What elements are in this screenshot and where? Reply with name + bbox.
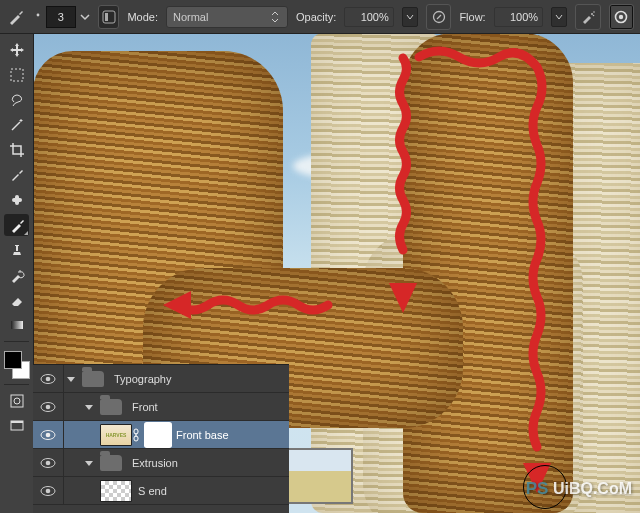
brush-panel-toggle[interactable]	[98, 5, 120, 29]
folder-icon	[100, 455, 122, 471]
eyedropper-tool[interactable]	[4, 164, 29, 186]
layer-thumbnail[interactable]: HARVES	[100, 424, 132, 446]
tablet-pressure-size-button[interactable]	[609, 4, 634, 30]
svg-point-0	[36, 13, 39, 16]
svg-rect-2	[105, 13, 108, 21]
airbrush-button[interactable]	[575, 4, 600, 30]
clone-source-preview	[287, 448, 353, 504]
expand-toggle-icon[interactable]	[82, 402, 96, 412]
svg-rect-12	[11, 321, 23, 329]
crop-tool[interactable]	[4, 139, 29, 161]
spot-healing-brush-tool[interactable]	[4, 189, 29, 211]
foreground-color-swatch[interactable]	[4, 351, 22, 369]
eye-icon	[40, 401, 56, 413]
svg-rect-13	[11, 395, 23, 407]
layer-front-base[interactable]: HARVES Front base	[33, 421, 289, 449]
chevron-down-icon	[80, 12, 90, 22]
screen-mode-toggle[interactable]	[4, 415, 29, 437]
folder-icon	[100, 399, 122, 415]
expand-toggle-icon[interactable]	[64, 374, 78, 384]
brush-size-value: 3	[46, 6, 76, 28]
visibility-toggle[interactable]	[33, 421, 64, 448]
layers-panel: Typography Front HARVES Front base Extru…	[33, 364, 289, 513]
toolbox	[0, 33, 34, 513]
layer-name: Extrusion	[132, 457, 178, 469]
folder-icon	[82, 371, 104, 387]
svg-point-5	[593, 11, 595, 13]
blend-mode-dropdown[interactable]: Normal	[166, 6, 288, 28]
options-bar: 3 Mode: Normal Opacity: 100% Flow: 100%	[0, 0, 640, 34]
lasso-tool[interactable]	[4, 89, 29, 111]
svg-point-32	[46, 488, 51, 493]
move-tool[interactable]	[4, 39, 29, 61]
svg-point-30	[46, 460, 51, 465]
layer-name: Front base	[176, 429, 229, 441]
quick-mask-toggle[interactable]	[4, 390, 29, 412]
layer-thumbnail[interactable]	[100, 480, 132, 502]
eye-icon	[40, 373, 56, 385]
tablet-pressure-opacity-button[interactable]	[426, 4, 451, 30]
flow-flyout-button[interactable]	[551, 7, 567, 27]
layer-name: Front	[132, 401, 158, 413]
svg-point-21	[46, 376, 51, 381]
blend-mode-value: Normal	[173, 11, 208, 23]
flow-input[interactable]: 100%	[494, 7, 543, 27]
dot-icon	[34, 13, 42, 21]
svg-point-23	[46, 404, 51, 409]
expand-toggle-icon[interactable]	[82, 458, 96, 468]
svg-point-14	[14, 398, 20, 404]
visibility-toggle[interactable]	[33, 449, 64, 476]
eraser-tool[interactable]	[4, 289, 29, 311]
layer-group-front[interactable]: Front	[33, 393, 289, 421]
opacity-flyout-button[interactable]	[402, 7, 418, 27]
layer-s-end[interactable]: S end	[33, 477, 289, 505]
layer-group-extrusion[interactable]: Extrusion	[33, 449, 289, 477]
svg-point-25	[46, 432, 51, 437]
clone-stamp-tool[interactable]	[4, 239, 29, 261]
chevron-down-icon	[555, 13, 563, 21]
brush-tool[interactable]	[4, 214, 29, 236]
brush-tool-indicator-icon	[6, 6, 26, 28]
visibility-toggle[interactable]	[33, 365, 64, 392]
mode-label: Mode:	[127, 11, 158, 23]
layer-name: Typography	[114, 373, 171, 385]
eye-icon	[40, 457, 56, 469]
color-swatches[interactable]	[4, 351, 30, 379]
eye-icon	[40, 429, 56, 441]
opacity-label: Opacity:	[296, 11, 336, 23]
layer-mask-thumbnail[interactable]	[146, 424, 170, 446]
svg-point-6	[593, 14, 595, 16]
svg-rect-11	[15, 195, 19, 205]
dropdown-arrows-icon	[269, 11, 281, 23]
visibility-toggle[interactable]	[33, 393, 64, 420]
svg-rect-9	[11, 69, 23, 81]
visibility-toggle[interactable]	[33, 477, 64, 504]
svg-rect-1	[103, 11, 115, 23]
watermark: PS UiBQ.CoM	[526, 479, 632, 499]
layer-group-typography[interactable]: Typography	[33, 365, 289, 393]
history-brush-tool[interactable]	[4, 264, 29, 286]
eye-icon	[40, 485, 56, 497]
brush-preset-picker[interactable]: 3	[34, 6, 90, 28]
rectangular-marquee-tool[interactable]	[4, 64, 29, 86]
gradient-tool[interactable]	[4, 314, 29, 336]
flow-label: Flow:	[459, 11, 485, 23]
svg-rect-16	[11, 421, 23, 423]
opacity-input[interactable]: 100%	[344, 7, 393, 27]
magic-wand-tool[interactable]	[4, 114, 29, 136]
svg-point-8	[619, 14, 623, 18]
svg-point-4	[591, 13, 593, 15]
link-icon[interactable]	[132, 428, 142, 442]
chevron-down-icon	[406, 13, 414, 21]
layer-name: S end	[138, 485, 167, 497]
